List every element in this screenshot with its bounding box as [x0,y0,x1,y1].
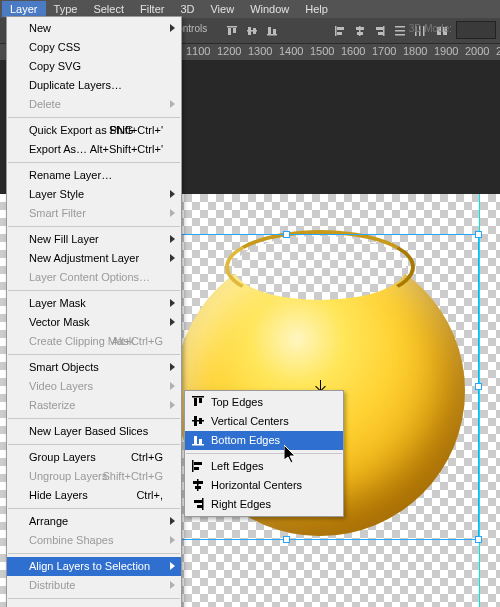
menu-item-label: Delete [29,98,61,110]
svg-rect-27 [194,398,197,406]
submenu-arrow-icon [170,190,175,198]
menu-item-distribute: Distribute [7,576,181,595]
menu-type[interactable]: Type [46,1,86,17]
menu-item-rename-layer[interactable]: Rename Layer… [7,166,181,185]
ruler-tick: 1400 [279,45,303,57]
menu-item-label: Ungroup Layers [29,470,107,482]
submenu-arrow-icon [170,100,175,108]
align-hcenter-button[interactable] [350,21,370,41]
3d-mode-select[interactable] [456,21,496,39]
menu-item-export-as[interactable]: Export As…Alt+Shift+Ctrl+' [7,140,181,159]
svg-rect-15 [383,26,385,36]
menu-separator [8,117,180,118]
svg-rect-1 [228,28,231,35]
menu-shortcut: Alt+Ctrl+G [112,332,163,351]
menu-view[interactable]: View [202,1,242,17]
svg-rect-39 [193,481,203,484]
submenu-arrow-icon [170,318,175,326]
submenu-item-left-edges[interactable]: Left Edges [185,457,343,476]
svg-rect-7 [268,27,271,34]
submenu-arrow-icon [170,401,175,409]
menu-item-label: Group Layers [29,451,96,463]
transform-handle[interactable] [283,536,290,543]
menu-item-duplicate-layers[interactable]: Duplicate Layers… [7,76,181,95]
submenu-item-label: Left Edges [211,460,264,472]
menu-item-arrange[interactable]: Arrange [7,512,181,531]
svg-rect-37 [194,467,199,470]
menu-item-label: Distribute [29,579,75,591]
menu-separator [8,598,180,599]
menu-item-label: Combine Shapes [29,534,113,546]
menu-filter[interactable]: Filter [132,1,172,17]
transform-handle[interactable] [475,383,482,390]
svg-rect-8 [273,29,276,34]
3d-mode-label: 3D Mode: [409,23,452,34]
menu-shortcut: Alt+Shift+Ctrl+' [90,140,163,159]
menu-item-new-layer-based-slices[interactable]: New Layer Based Slices [7,422,181,441]
align-left-button[interactable] [330,21,350,41]
menu-item-create-clipping-mask: Create Clipping MaskAlt+Ctrl+G [7,332,181,351]
submenu-item-top-edges[interactable]: Top Edges [185,393,343,412]
svg-rect-17 [378,32,383,35]
menu-item-layer-content-options: Layer Content Options… [7,268,181,287]
transform-handle[interactable] [475,231,482,238]
menu-item-group-layers[interactable]: Group LayersCtrl+G [7,448,181,467]
menu-window[interactable]: Window [242,1,297,17]
submenu-arrow-icon [170,581,175,589]
align-vcenter-icon [191,414,205,428]
align-top-button[interactable] [222,21,242,41]
menu-item-label: Copy CSS [29,41,80,53]
svg-rect-30 [194,416,197,426]
menu-item-delete: Delete [7,95,181,114]
menu-item-combine-shapes: Combine Shapes [7,531,181,550]
submenu-arrow-icon [170,536,175,544]
align-bottom-button[interactable] [262,21,282,41]
submenu-item-vertical-centers[interactable]: Vertical Centers [185,412,343,431]
menu-item-label: New Layer Based Slices [29,425,148,437]
menu-item-smart-objects[interactable]: Smart Objects [7,358,181,377]
ruler-tick: 1500 [310,45,334,57]
ruler-tick: 1700 [372,45,396,57]
submenu-item-horizontal-centers[interactable]: Horizontal Centers [185,476,343,495]
align-vcenter-button[interactable] [242,21,262,41]
menu-item-new-adjustment-layer[interactable]: New Adjustment Layer [7,249,181,268]
align-button-group-1 [222,21,282,41]
menu-layer[interactable]: Layer [2,1,46,17]
menu-separator [8,418,180,419]
menu-item-layer-style[interactable]: Layer Style [7,185,181,204]
layer-menu-dropdown[interactable]: NewCopy CSSCopy SVGDuplicate Layers…Dele… [6,16,182,607]
transform-handle[interactable] [475,536,482,543]
transform-handle[interactable] [283,231,290,238]
submenu-item-bottom-edges[interactable]: Bottom Edges [185,431,343,450]
submenu-item-right-edges[interactable]: Right Edges [185,495,343,514]
ruler-tick: 2000 [465,45,489,57]
distribute-button-1[interactable] [390,21,410,41]
menu-item-lock-layers[interactable]: Lock Layers…Ctrl+/ [7,602,181,607]
menu-separator [8,444,180,445]
align-submenu[interactable]: Top EdgesVertical CentersBottom EdgesLef… [184,390,344,517]
menu-separator [8,508,180,509]
align-right-button[interactable] [370,21,390,41]
menu-item-vector-mask[interactable]: Vector Mask [7,313,181,332]
menu-item-align-layers-to-selection[interactable]: Align Layers to Selection [7,557,181,576]
svg-rect-20 [395,34,405,36]
menu-item-copy-svg[interactable]: Copy SVG [7,57,181,76]
menu-item-label: New Adjustment Layer [29,252,139,264]
menu-item-new-fill-layer[interactable]: New Fill Layer [7,230,181,249]
menu-item-copy-css[interactable]: Copy CSS [7,38,181,57]
svg-rect-2 [233,28,236,33]
menu-help[interactable]: Help [297,1,336,17]
menu-item-label: Smart Filter [29,207,86,219]
menu-item-video-layers: Video Layers [7,377,181,396]
menu-item-hide-layers[interactable]: Hide LayersCtrl+, [7,486,181,505]
menu-item-layer-mask[interactable]: Layer Mask [7,294,181,313]
menu-select[interactable]: Select [85,1,132,17]
menu-item-quick-export-as-png[interactable]: Quick Export as PNGShift+Ctrl+' [7,121,181,140]
menu-3d[interactable]: 3D [172,1,202,17]
menu-item-new[interactable]: New [7,19,181,38]
submenu-arrow-icon [170,363,175,371]
svg-rect-9 [335,26,337,36]
menu-separator [8,162,180,163]
vertical-guide[interactable] [479,194,480,607]
svg-rect-11 [337,32,342,35]
